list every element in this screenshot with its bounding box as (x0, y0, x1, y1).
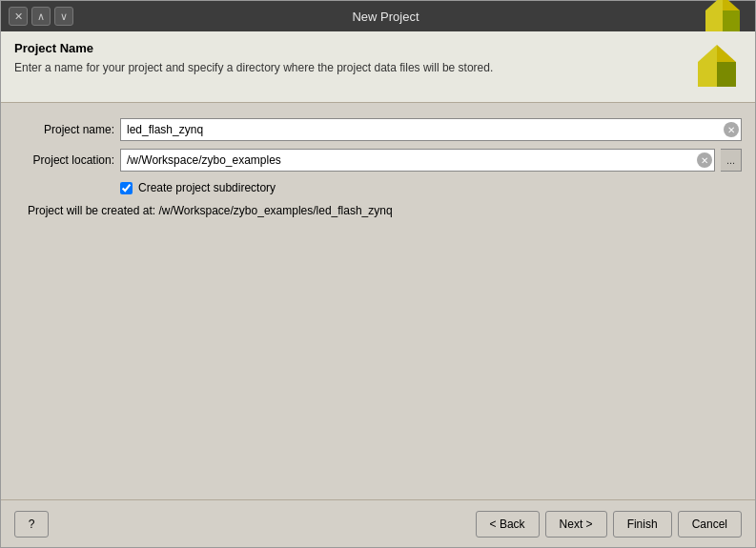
cancel-button[interactable]: Cancel (678, 511, 742, 538)
footer: ? < Back Next > Finish Cancel (1, 499, 755, 547)
window-title: New Project (73, 10, 698, 24)
project-name-input-wrapper: ✕ (120, 118, 742, 141)
project-name-row: Project name: ✕ (14, 118, 742, 141)
header-text: Project Name Enter a name for your proje… (14, 41, 692, 76)
create-subdirectory-label[interactable]: Create project subdirectory (138, 181, 276, 194)
main-body (1, 227, 755, 499)
form-area: Project name: ✕ Project location: ✕ ... … (1, 103, 755, 227)
project-name-label: Project name: (14, 123, 114, 136)
project-location-input[interactable] (123, 152, 697, 169)
create-subdirectory-row: Create project subdirectory (14, 181, 742, 194)
svg-marker-2 (705, 0, 723, 33)
footer-left: ? (14, 511, 49, 538)
svg-marker-5 (698, 45, 717, 87)
back-button[interactable]: < Back (476, 511, 540, 538)
svg-marker-1 (723, 10, 740, 33)
main-window: ✕ ∧ ∨ New Project Project Name Enter a n… (0, 0, 756, 548)
down-icon: ∨ (60, 10, 68, 23)
close-button[interactable]: ✕ (9, 7, 28, 26)
next-button[interactable]: Next > (545, 511, 607, 538)
header-panel: Project Name Enter a name for your proje… (1, 31, 755, 103)
finish-button[interactable]: Finish (613, 511, 672, 538)
svg-marker-0 (723, 0, 740, 10)
header-logo (692, 41, 742, 91)
down-button[interactable]: ∨ (54, 7, 73, 26)
header-description: Enter a name for your project and specif… (14, 60, 692, 76)
up-button[interactable]: ∧ (31, 7, 51, 26)
project-location-browse-button[interactable]: ... (721, 149, 742, 172)
project-location-row: Project location: ✕ ... (14, 149, 742, 172)
project-path-info: Project will be created at: /w/Workspace… (14, 204, 742, 217)
project-name-clear-button[interactable]: ✕ (724, 122, 739, 137)
up-icon: ∧ (37, 10, 45, 23)
project-name-input[interactable] (123, 121, 724, 138)
footer-right: < Back Next > Finish Cancel (476, 511, 742, 538)
project-location-clear-button[interactable]: ✕ (697, 152, 712, 168)
title-bar-controls: ✕ ∧ ∨ (9, 7, 73, 26)
svg-marker-4 (717, 62, 736, 87)
close-icon: ✕ (14, 10, 23, 23)
project-location-input-wrapper: ✕ (120, 149, 715, 172)
create-subdirectory-checkbox[interactable] (120, 182, 133, 194)
project-location-label: Project location: (14, 153, 114, 167)
help-button[interactable]: ? (14, 511, 49, 538)
title-bar: ✕ ∧ ∨ New Project (1, 1, 755, 31)
svg-marker-3 (717, 45, 736, 62)
header-title: Project Name (14, 41, 692, 55)
